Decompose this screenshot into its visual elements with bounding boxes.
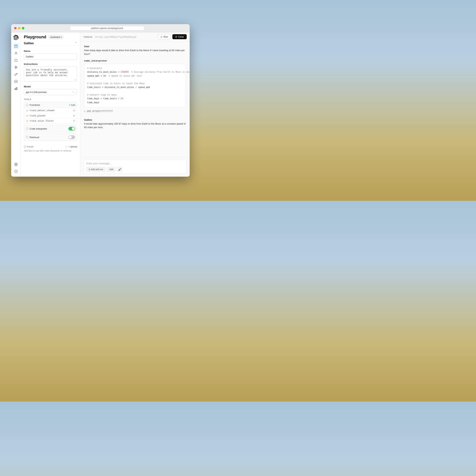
model-select-wrapper: gpt-4-1106-preview ⌃⌄ bbox=[24, 89, 77, 95]
user-role: User bbox=[84, 45, 186, 48]
function-name-3: track_solar_flares bbox=[30, 120, 54, 122]
retrieval-toggle[interactable] bbox=[68, 135, 75, 139]
code-interpreter-row: i Code interpreter bbox=[24, 125, 77, 132]
name-field-section: Name bbox=[21, 47, 80, 63]
close-button[interactable] bbox=[14, 27, 17, 29]
sidebar-item-usage[interactable] bbox=[13, 85, 19, 91]
files-hint: Add files to use with code interpreter o… bbox=[24, 150, 77, 152]
function-settings-icon-3[interactable]: ⚙ bbox=[73, 119, 75, 122]
files-info-icon[interactable]: i bbox=[24, 145, 26, 148]
galileo-role: Galileo bbox=[84, 119, 186, 121]
mic-button[interactable]: 🎤 bbox=[117, 167, 122, 172]
user-message-block: User How many days would it take to driv… bbox=[84, 45, 186, 56]
function-item-left-1: ✕ track_meteor_shower bbox=[26, 109, 55, 112]
message-input[interactable] bbox=[86, 162, 184, 165]
run-button[interactable]: ▷ Run bbox=[158, 34, 171, 39]
svg-point-3 bbox=[15, 66, 16, 67]
sidebar-item-fine-tuning[interactable] bbox=[13, 64, 19, 70]
functions-group: i Functions + Add ✕ track_meteor_shower … bbox=[24, 102, 77, 124]
retrieval-info-icon[interactable]: i bbox=[26, 136, 28, 138]
code-line-10: time_days bbox=[87, 101, 99, 104]
retrieval-row: i Retrieval bbox=[24, 134, 77, 141]
function-item-1: ✕ track_meteor_shower ⚙ bbox=[24, 108, 77, 113]
galileo-message-text: It would take approximately 165.87 days … bbox=[84, 122, 186, 129]
function-item-left-2: ✕ track_planet bbox=[26, 115, 46, 117]
function-name-2: track_planet bbox=[30, 115, 46, 117]
code-line-5: # Calculate time in hours to reach the M… bbox=[87, 82, 145, 85]
svg-point-2 bbox=[16, 52, 17, 53]
code-line-2: distance_to_moon_miles = 238855 # Averag… bbox=[87, 71, 190, 73]
sidebar-item-storage[interactable] bbox=[13, 78, 19, 85]
functions-info-icon[interactable]: i bbox=[26, 104, 28, 106]
code-line-8: # Convert time to days bbox=[87, 94, 117, 96]
thread-actions: ▷ Run ⊘ Clear bbox=[158, 34, 187, 39]
titlebar: platform.openai.com/playground bbox=[11, 24, 190, 32]
function-item-3: ✕ track_solar_flares ⚙ bbox=[24, 118, 77, 123]
code-interpreter-label: Code interpreter bbox=[30, 127, 47, 130]
retrieval-left: i Retrieval bbox=[26, 136, 39, 139]
svg-point-4 bbox=[16, 67, 17, 68]
code-block: # Constants distance_to_moon_miles = 238… bbox=[84, 64, 186, 107]
upload-label: ↑ Upload bbox=[68, 145, 77, 148]
add-only-button[interactable]: Add bbox=[107, 167, 116, 172]
instructions-wrapper: You are a friendly assistant, your job i… bbox=[24, 67, 77, 82]
user-message-text: How many days would it take to drive fro… bbox=[84, 49, 186, 56]
function-settings-icon-2[interactable]: ⚙ bbox=[73, 114, 75, 117]
add-function-button[interactable]: + Add bbox=[69, 103, 75, 106]
functions-header: i Functions + Add bbox=[24, 102, 77, 108]
files-section: i FILES ↑ ↑ Upload Add files to use with… bbox=[21, 145, 80, 155]
thread-id: thread_1qCvOM8AXyf7gIdPNqHNvgu8 bbox=[95, 36, 136, 38]
function-remove-icon-2[interactable]: ✕ bbox=[26, 115, 28, 117]
input-area: ⊙ Add and run Add 🎤 bbox=[80, 157, 190, 177]
function-remove-icon-1[interactable]: ✕ bbox=[26, 109, 28, 112]
code-interpreter-role: code_interpreter bbox=[84, 60, 186, 62]
code-line-6: time_hours = distance_to_moon_miles / sp… bbox=[87, 86, 150, 89]
app-title-row: Playground Assistant ▾ bbox=[21, 32, 80, 39]
upload-button[interactable]: ↑ ↑ Upload bbox=[65, 145, 77, 148]
code-interpreter-toggle[interactable] bbox=[68, 127, 75, 131]
clear-label: Clear bbox=[178, 35, 184, 38]
upload-arrow-icon: ↑ bbox=[65, 145, 67, 148]
code-line-9: time_days = time_hours / 24 bbox=[87, 97, 123, 100]
run-play-icon: ▷ bbox=[161, 35, 163, 38]
sidebar-item-api-keys[interactable] bbox=[13, 71, 19, 77]
expand-icon[interactable]: ⌃ bbox=[75, 42, 77, 45]
svg-rect-7 bbox=[16, 88, 16, 90]
minimize-button[interactable] bbox=[18, 27, 20, 29]
sidebar-item-playground[interactable] bbox=[13, 43, 19, 49]
run-label: Run bbox=[164, 35, 168, 38]
clear-x-icon: ⊘ bbox=[175, 35, 177, 38]
name-input[interactable] bbox=[24, 53, 77, 60]
tools-label: TOOLS bbox=[24, 98, 77, 101]
result-arrow-icon: ↳ bbox=[84, 110, 85, 113]
mode-badge[interactable]: Assistant ▾ bbox=[48, 35, 64, 39]
add-and-run-button[interactable]: ⊙ Add and run bbox=[86, 167, 105, 172]
sidebar-item-bottom[interactable] bbox=[13, 169, 19, 174]
thread-info: THREAD thread_1qCvOM8AXyf7gIdPNqHNvgu8 bbox=[83, 35, 136, 38]
code-interpreter-info-icon[interactable]: i bbox=[26, 127, 28, 130]
function-settings-icon-1[interactable]: ⚙ bbox=[73, 109, 75, 112]
svg-point-9 bbox=[16, 164, 16, 165]
input-actions: ⊙ Add and run Add 🎤 bbox=[86, 167, 184, 172]
expand-textarea-icon[interactable]: ⤢ bbox=[74, 79, 76, 81]
url-bar[interactable]: platform.openai.com/playground bbox=[70, 26, 144, 31]
sidebar-item-home[interactable] bbox=[13, 57, 19, 63]
maximize-button[interactable] bbox=[22, 27, 24, 29]
code-interpreter-left: i Code interpreter bbox=[26, 127, 47, 130]
left-panel: Playground Assistant ▾ Galileo ⌃ Name In… bbox=[21, 32, 80, 177]
clear-button[interactable]: ⊘ Clear bbox=[172, 34, 187, 39]
app-title: Playground bbox=[24, 34, 46, 39]
function-item-2: ✕ track_planet ⚙ bbox=[24, 113, 77, 118]
functions-label: Functions bbox=[30, 103, 40, 106]
model-field-section: Model gpt-4-1106-preview ⌃⌄ bbox=[21, 85, 80, 98]
tools-section: TOOLS i Functions + Add ✕ track_meteor_s… bbox=[21, 98, 80, 145]
sidebar-item-settings[interactable] bbox=[13, 161, 19, 167]
instructions-input[interactable]: You are a friendly assistant, your job i… bbox=[24, 67, 77, 82]
sidebar-item-assistants[interactable] bbox=[13, 50, 19, 56]
function-remove-icon-3[interactable]: ✕ bbox=[26, 120, 28, 122]
model-select[interactable]: gpt-4-1106-preview bbox=[24, 89, 77, 95]
code-interpreter-block: code_interpreter # Constants distance_to… bbox=[84, 60, 186, 115]
instructions-label: Instructions bbox=[24, 63, 77, 66]
functions-header-left: i Functions bbox=[26, 103, 40, 106]
code-line-1: # Constants bbox=[87, 67, 102, 70]
